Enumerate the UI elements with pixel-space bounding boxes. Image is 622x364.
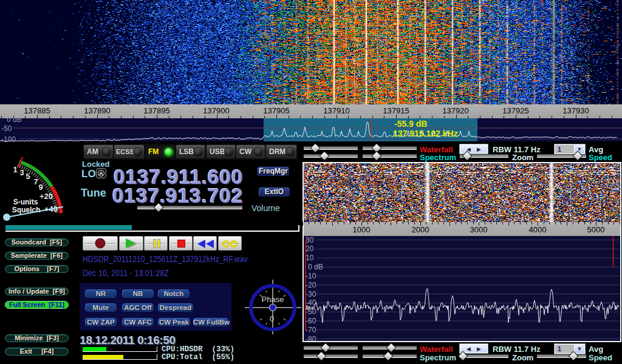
svg-text:-55.9 dB: -55.9 dB xyxy=(394,119,427,129)
svg-text:137.915.102 kHz: 137.915.102 kHz xyxy=(393,129,458,138)
svg-text:-50: -50 xyxy=(1,124,12,133)
svg-text:-60: -60 xyxy=(306,317,316,325)
svg-text:Phase: Phase xyxy=(262,295,284,304)
svg-text:0: 0 xyxy=(270,314,274,323)
svg-text:9: 9 xyxy=(38,183,43,192)
svg-text:-50: -50 xyxy=(306,308,316,316)
svg-text:7: 7 xyxy=(33,177,38,186)
svg-text:-30: -30 xyxy=(306,290,316,298)
svg-text:-80: -80 xyxy=(306,335,316,341)
svg-text:1: 1 xyxy=(13,165,17,174)
svg-text:3: 3 xyxy=(19,168,24,177)
svg-text:-10: -10 xyxy=(306,272,316,280)
svg-text:-100: -100 xyxy=(1,135,16,143)
svg-text:0 dB: 0 dB xyxy=(7,118,22,124)
svg-text:+20: +20 xyxy=(39,192,53,201)
svg-text:-20: -20 xyxy=(306,281,316,289)
svg-text:10: 10 xyxy=(306,254,314,262)
svg-text:0 dB: 0 dB xyxy=(308,263,323,271)
svg-text:5: 5 xyxy=(26,172,30,181)
svg-text:-70: -70 xyxy=(306,326,316,334)
svg-text:S-units: S-units xyxy=(13,198,38,206)
svg-text:Squelch: Squelch xyxy=(12,206,41,214)
svg-text:20: 20 xyxy=(306,244,314,253)
